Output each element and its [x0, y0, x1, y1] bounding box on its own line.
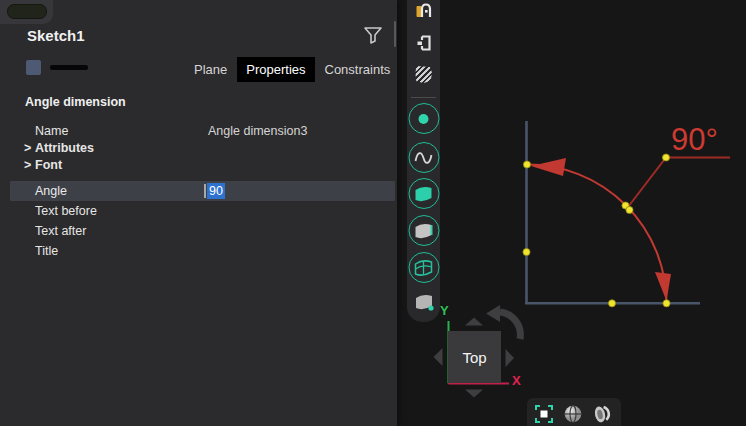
sketch-point[interactable] — [662, 154, 669, 161]
pan-left-arrow[interactable] — [434, 348, 443, 366]
dimension-arrowhead-bottom — [655, 272, 671, 301]
sketch-point[interactable] — [663, 300, 670, 307]
view-controls-toolbar — [527, 398, 621, 426]
pan-down-arrow[interactable] — [465, 390, 483, 398]
pan-up-arrow[interactable] — [465, 318, 483, 326]
dimension-leader[interactable] — [628, 158, 730, 208]
zoom-to-fit-button[interactable] — [534, 404, 554, 424]
axis-y-label: Y — [440, 303, 449, 318]
rotate-view-arrowhead[interactable] — [486, 305, 500, 322]
view-cube-label: Top — [462, 349, 486, 366]
view-cube-top-face[interactable]: Top — [448, 331, 501, 383]
dimension-arrowhead-top — [531, 158, 566, 176]
perspective-view-button[interactable] — [592, 404, 612, 424]
sketch-point[interactable] — [523, 248, 530, 255]
sketch-points[interactable] — [523, 154, 670, 307]
sketch-point[interactable] — [523, 161, 530, 168]
orbit-view-button[interactable] — [563, 404, 583, 424]
rotate-view-arrow[interactable] — [500, 312, 520, 339]
sketch-canvas[interactable]: 90° — [0, 0, 746, 426]
sketch-point[interactable] — [608, 300, 615, 307]
axis-x-label: X — [512, 373, 521, 388]
dimension-value-label[interactable]: 90° — [671, 122, 718, 157]
pan-right-arrow[interactable] — [506, 349, 515, 367]
sketch-point[interactable] — [626, 206, 633, 213]
perspective-lens-icon — [593, 405, 610, 424]
